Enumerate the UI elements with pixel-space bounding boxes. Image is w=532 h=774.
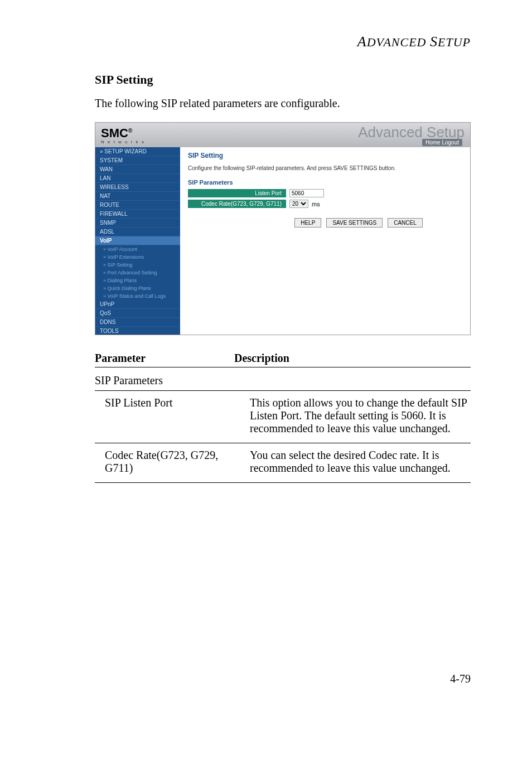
param-group-sip: SIP Parameters: [95, 371, 471, 391]
codec-rate-row: Codec Rate(G723, G729, G711) 20 ms: [188, 200, 462, 208]
running-header: ADVANCED SETUP: [95, 33, 471, 50]
param-row-codec-rate: Codec Rate(G723, G729, G711) You can sel…: [95, 443, 471, 483]
sip-parameters-label: SIP Parameters: [188, 179, 462, 186]
nav-sip-setting[interactable]: » SIP Setting: [95, 261, 180, 269]
nav-voip-status[interactable]: » VoIP Status and Call Logs: [95, 292, 180, 300]
brand-logo: SMC®: [101, 126, 132, 141]
col-parameter: Parameter: [95, 352, 234, 365]
param-desc: You can select the desired Codec rate. I…: [250, 449, 471, 475]
nav-voip-account[interactable]: » VoIP Account: [95, 245, 180, 253]
nav-nat[interactable]: NAT: [95, 192, 180, 201]
param-name: Codec Rate(G723, G729, G711): [95, 449, 250, 475]
nav-firewall[interactable]: FIREWALL: [95, 210, 180, 219]
codec-rate-select[interactable]: 20: [289, 200, 308, 208]
param-name: SIP Listen Port: [95, 396, 250, 435]
nav-port-advanced[interactable]: » Port Advanced Setting: [95, 269, 180, 277]
panel-title: SIP Setting: [188, 152, 462, 159]
save-settings-button[interactable]: SAVE SETTINGS: [326, 218, 383, 228]
param-row-listen-port: SIP Listen Port This option allows you t…: [95, 391, 471, 443]
sidebar-nav: » SETUP WIZARD SYSTEM WAN LAN WIRELESS N…: [95, 147, 180, 335]
nav-voip[interactable]: VoIP: [95, 236, 180, 245]
codec-rate-unit: ms: [312, 201, 320, 207]
nav-ddns[interactable]: DDNS: [95, 318, 180, 327]
nav-wireless[interactable]: WIRELESS: [95, 183, 180, 192]
screenshot-header: SMC® N e t w o r k s Advanced Setup Home…: [95, 123, 470, 148]
listen-port-row: Listen Port: [188, 189, 462, 197]
panel-description: Configure the following SIP-related para…: [188, 165, 462, 171]
cancel-button[interactable]: CANCEL: [388, 218, 423, 228]
nav-adsl[interactable]: ADSL: [95, 228, 180, 236]
nav-qos[interactable]: QoS: [95, 309, 180, 318]
page-number: 4-79: [95, 673, 471, 685]
col-description: Description: [234, 352, 471, 365]
brand-subtext: N e t w o r k s: [101, 139, 145, 144]
nav-wan[interactable]: WAN: [95, 165, 180, 174]
param-table-header: Parameter Description: [95, 352, 471, 367]
nav-route[interactable]: ROUTE: [95, 201, 180, 210]
nav-snmp[interactable]: SNMP: [95, 219, 180, 228]
section-title: SIP Setting: [95, 72, 471, 87]
listen-port-input[interactable]: [289, 189, 324, 197]
nav-lan[interactable]: LAN: [95, 174, 180, 183]
nav-voip-extensions[interactable]: » VoIP Extensions: [95, 253, 180, 261]
header-links[interactable]: Home Logout: [422, 139, 462, 146]
nav-quick-dialing[interactable]: » Quick Dialing Plans: [95, 284, 180, 292]
codec-rate-label: Codec Rate(G723, G729, G711): [188, 200, 286, 208]
screenshot-panel: SMC® N e t w o r k s Advanced Setup Home…: [95, 122, 471, 335]
button-row: HELP SAVE SETTINGS CANCEL: [188, 218, 462, 228]
nav-system[interactable]: SYSTEM: [95, 156, 180, 165]
listen-port-label: Listen Port: [188, 189, 286, 197]
nav-upnp[interactable]: UPnP: [95, 300, 180, 309]
intro-text: The following SIP related parameters are…: [95, 97, 471, 110]
nav-dialing-plans[interactable]: » Dialing Plans: [95, 277, 180, 284]
nav-setup-wizard[interactable]: » SETUP WIZARD: [95, 147, 180, 156]
content-panel: SIP Setting Configure the following SIP-…: [180, 147, 470, 335]
nav-tools[interactable]: TOOLS: [95, 327, 180, 335]
help-button[interactable]: HELP: [294, 218, 321, 228]
param-desc: This option allows you to change the def…: [250, 396, 471, 435]
